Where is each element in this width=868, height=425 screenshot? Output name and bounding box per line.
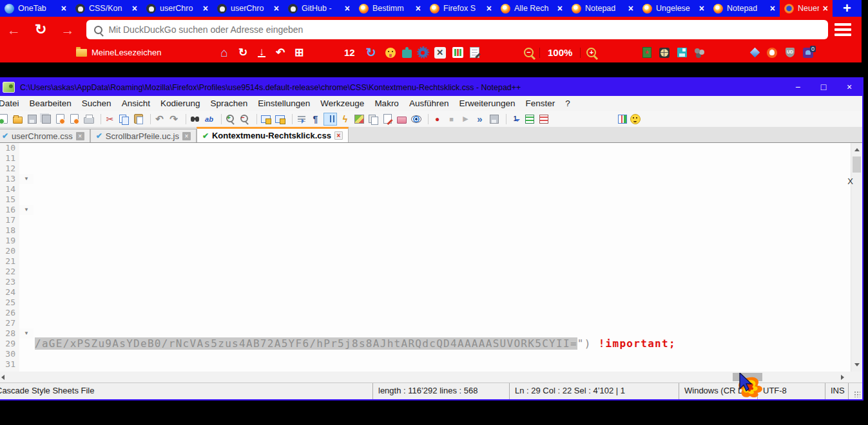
line-number[interactable]: 17 [0, 215, 19, 225]
browser-tab[interactable]: Neuer Tab × [780, 0, 833, 17]
zoom-out-icon[interactable]: − [524, 48, 534, 57]
toolbar-separator[interactable] [253, 114, 257, 124]
toolbar-separator[interactable] [218, 114, 222, 124]
document-tab[interactable]: ✔ ScrollbarPfeile.uc.js × [90, 129, 197, 142]
line-number[interactable]: 30 [0, 349, 19, 359]
toolbar-separator[interactable] [289, 114, 293, 124]
tab-close-icon[interactable]: × [345, 3, 350, 14]
close-all-icon[interactable] [68, 113, 81, 125]
open-file-icon[interactable] [12, 113, 24, 125]
line-number[interactable]: 26 [0, 308, 19, 318]
line-number[interactable]: 31 [0, 359, 19, 370]
onetab-icon[interactable] [750, 48, 760, 58]
tab-close-icon[interactable]: × [132, 3, 137, 14]
toolbar-separator[interactable] [97, 114, 101, 124]
scroll-up-icon[interactable] [851, 144, 862, 155]
smiley-icon[interactable] [630, 114, 641, 124]
menu-item[interactable]: Fenster [521, 97, 561, 110]
globe-icon[interactable] [659, 48, 670, 58]
spheres-icon[interactable] [695, 48, 700, 53]
macro-save-icon[interactable] [488, 113, 500, 125]
menu-item[interactable]: ? [560, 97, 575, 110]
find-icon[interactable] [189, 113, 201, 125]
line-number[interactable]: 24 [0, 287, 19, 298]
reload-icon[interactable]: ↻ [235, 46, 251, 60]
document-switcher-icon[interactable] [381, 113, 394, 125]
zoom-level[interactable]: 100% [546, 47, 574, 58]
toolbar-separator[interactable] [503, 114, 506, 124]
macro-play-icon[interactable]: ▶ [459, 113, 472, 125]
document-close-icon[interactable]: × [76, 132, 84, 140]
tools-icon[interactable]: ✕ [434, 47, 446, 59]
sync-vertical-scrolling-icon[interactable] [260, 113, 272, 125]
grid-add-icon[interactable]: ⊞ [291, 46, 307, 60]
document-tab[interactable]: ✔ userChrome.css × [0, 129, 90, 142]
browser-tab[interactable]: CSS/Kon × [71, 0, 142, 17]
macro-stop-icon[interactable]: ■ [445, 113, 458, 125]
close-file-icon[interactable] [54, 113, 66, 125]
menu-item[interactable]: Ansicht [117, 97, 155, 110]
save-icon[interactable] [26, 113, 38, 125]
browser-tab[interactable]: GitHub - × [284, 0, 354, 17]
show-all-characters-icon[interactable]: ¶ [309, 113, 322, 125]
settings-gear-icon[interactable] [418, 48, 428, 57]
browser-tab[interactable]: Ungelese × [638, 0, 709, 17]
menu-item[interactable]: Werkzeuge [315, 97, 369, 110]
vertical-scroll-thumb[interactable] [853, 156, 861, 173]
menu-item[interactable]: Ausführen [404, 97, 454, 110]
macro-record-icon[interactable]: ● [431, 113, 443, 125]
minimize-button[interactable]: − [785, 79, 811, 96]
word-wrap-icon[interactable] [295, 113, 307, 125]
browser-tab[interactable]: userChro × [213, 0, 284, 17]
close-button[interactable]: × [836, 79, 862, 96]
zoom-out-icon[interactable]: − [238, 113, 251, 125]
line-number[interactable]: 27 [0, 318, 19, 328]
menu-item[interactable]: Makro [369, 97, 404, 110]
file-monitoring-icon[interactable] [410, 113, 422, 125]
document-close-icon[interactable]: × [334, 131, 343, 140]
url-bar[interactable]: Mit DuckDuckGo suchen oder Adresse einge… [86, 20, 828, 39]
menu-hamburger-icon[interactable] [834, 23, 851, 36]
bookmark-next-icon[interactable] [523, 113, 535, 125]
menu-item[interactable]: Kodierung [155, 97, 206, 110]
fold-arrow-icon[interactable]: ▼ [19, 174, 34, 184]
status-typing-mode[interactable]: INS [825, 383, 848, 399]
line-number[interactable]: 22 [0, 267, 19, 277]
editor[interactable]: 10 ▼ 11 ▼ 12 ▼ [0, 143, 862, 372]
horizontal-scrollbar[interactable] [0, 372, 862, 382]
back-icon[interactable]: ← [7, 23, 21, 37]
download-icon[interactable]: ↓ [254, 46, 269, 60]
scroll-left-icon[interactable] [0, 372, 8, 382]
bookmark-folder[interactable]: MeineLesezeichen [76, 42, 161, 62]
document-tab[interactable]: ✔ Kontextmenu-Rechtsklick.css × [197, 127, 349, 142]
line-number[interactable]: 13 [0, 174, 19, 184]
browser-tab[interactable]: Firefox S × [425, 0, 496, 17]
zoom-in-icon[interactable]: + [586, 48, 596, 57]
line-number[interactable]: 23 [0, 277, 19, 287]
home-icon[interactable]: ⌂ [217, 46, 232, 60]
duckduckgo-icon[interactable] [767, 48, 777, 58]
function-list-icon[interactable]: ϟ [339, 113, 351, 125]
new-tab-button[interactable]: + [833, 0, 862, 17]
toolbar-separator[interactable] [147, 114, 151, 124]
bookmark-prev-icon[interactable] [537, 113, 550, 125]
line-number[interactable]: 18 [0, 225, 19, 236]
menu-item[interactable]: Suchen [77, 97, 117, 110]
tab-close-icon[interactable]: × [274, 3, 279, 14]
macro-run-multiple-icon[interactable]: » [474, 113, 486, 125]
maximize-button[interactable]: □ [811, 79, 836, 96]
tab-close-icon[interactable]: × [487, 3, 492, 14]
menu-item[interactable]: Datei [0, 97, 24, 110]
document-close-icon[interactable]: × [182, 132, 191, 140]
vertical-edge-icon[interactable] [616, 113, 628, 125]
sync-horizontal-scrolling-icon[interactable] [274, 113, 286, 125]
addons-puzzle-icon[interactable] [402, 50, 412, 58]
line-number[interactable]: 20 [0, 246, 19, 256]
tab-close-icon[interactable]: × [699, 3, 704, 14]
line-number[interactable]: 14 [0, 184, 19, 194]
undo-icon[interactable]: ↶ [153, 113, 166, 125]
line-number[interactable]: 16 [0, 205, 19, 215]
sync-icon[interactable]: ↻ [363, 46, 379, 60]
paste-icon[interactable] [132, 113, 144, 125]
forward-icon[interactable]: → [61, 23, 74, 37]
